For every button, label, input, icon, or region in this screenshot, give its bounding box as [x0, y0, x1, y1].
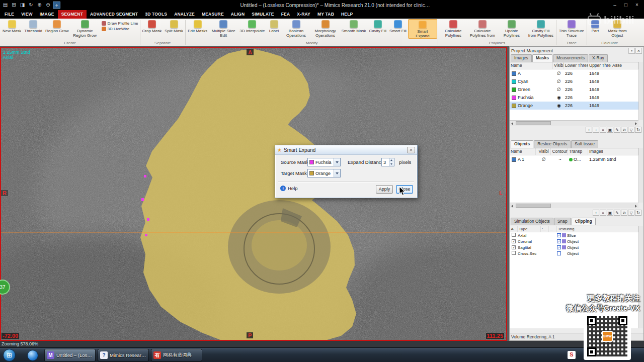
clipping-row[interactable]: ✓ Sagittal ✓Object: [510, 244, 638, 250]
column-header[interactable]: Upper Thresh: [588, 62, 611, 69]
close-button[interactable]: ×: [632, 2, 642, 9]
spin-down-icon[interactable]: [389, 162, 394, 166]
column-header[interactable]: Visibl: [553, 62, 564, 69]
expand-distance-input[interactable]: 3: [381, 158, 394, 166]
sogou-tray-icon[interactable]: S: [568, 351, 576, 359]
source-mask-dropdown[interactable]: Fuchsia: [307, 158, 341, 166]
chevron-down-icon[interactable]: [334, 169, 340, 177]
export-mask-icon[interactable]: ↓: [593, 127, 599, 133]
ribbon-button[interactable]: Crop Mask: [141, 19, 164, 33]
print-icon[interactable]: ⊞: [10, 2, 18, 9]
ribbon-button[interactable]: Multiple Slice Edit: [209, 19, 238, 38]
ribbon-button[interactable]: Cavity Fill from Polylines: [526, 19, 555, 38]
dialog-close-icon[interactable]: ×: [407, 147, 415, 153]
panel-tab[interactable]: Snap: [554, 218, 571, 225]
ribbon-button[interactable]: New Mask: [1, 19, 23, 33]
visibility-icon[interactable]: ∅: [553, 79, 564, 84]
clip-enable-checkbox[interactable]: ✓: [512, 239, 516, 243]
mask-row[interactable]: A ∅ 226 1649: [510, 69, 638, 77]
column-header[interactable]: Images: [588, 148, 638, 155]
clip-enable-checkbox[interactable]: [512, 233, 516, 237]
menu-item[interactable]: ANALYZE: [171, 10, 198, 19]
menu-item[interactable]: MEASURE: [198, 10, 227, 19]
mask-row[interactable]: Green ∅ 226 1649: [510, 85, 638, 94]
panel-tab[interactable]: Measurements: [553, 54, 588, 62]
delete-object-icon[interactable]: ×: [600, 210, 606, 216]
masks-vertical-scrollbar[interactable]: [638, 62, 643, 120]
ribbon-button[interactable]: Dynamic Region Grow: [70, 19, 100, 38]
refresh-icon[interactable]: ↻: [27, 2, 35, 9]
panel-tab[interactable]: Images: [511, 54, 532, 62]
pan-icon[interactable]: ⌖: [53, 2, 60, 9]
spin-up-icon[interactable]: [389, 158, 394, 162]
column-header[interactable]: Name: [510, 62, 553, 69]
save-icon[interactable]: ▤: [2, 2, 9, 9]
duplicate-mask-icon[interactable]: ▣: [607, 127, 613, 133]
ribbon-button[interactable]: Edit Masks: [186, 19, 209, 33]
zoom-out-icon[interactable]: ⊖: [44, 2, 52, 9]
duplicate-object-icon[interactable]: ▣: [607, 210, 613, 216]
clipping-row[interactable]: Cross-Sec Object: [510, 250, 638, 256]
menu-item[interactable]: IMAGE: [36, 10, 58, 19]
panel-tab[interactable]: Clipping: [572, 218, 596, 225]
column-header[interactable]: Transp: [568, 148, 588, 155]
edit-object-icon[interactable]: ✎: [614, 210, 620, 216]
dialog-titlebar[interactable]: ★ Smart Expand ×: [275, 145, 417, 155]
menu-item[interactable]: SEGMENT: [58, 10, 87, 19]
column-header[interactable]: Contour: [551, 148, 568, 155]
dock-panel-icon[interactable]: ▫: [628, 48, 635, 54]
ribbon-button[interactable]: Smooth Mask: [340, 19, 368, 33]
panel-tab[interactable]: Masks: [532, 54, 552, 62]
hide-all-masks-icon[interactable]: ⊘: [621, 127, 627, 133]
taskbar-button[interactable]: M Untitled – (Lossl...: [44, 349, 96, 361]
menu-item[interactable]: FILE: [1, 10, 18, 19]
target-mask-dropdown[interactable]: Orange: [307, 169, 341, 177]
zoom-in-icon[interactable]: ⊕: [36, 2, 43, 9]
panel-tab[interactable]: Simulation Objects: [511, 218, 553, 225]
ribbon-button[interactable]: Smart Expand: [408, 19, 437, 39]
close-panel-icon[interactable]: ×: [635, 48, 642, 54]
ribbon-button[interactable]: 3D Interpolate: [238, 19, 266, 33]
taskbar-button[interactable]: 有 网易有道词典: [151, 349, 202, 361]
mask-row[interactable]: Orange ◉ 226 1649: [510, 102, 638, 110]
menu-item[interactable]: HELP: [338, 10, 356, 19]
ribbon-button[interactable]: Region Grow: [44, 19, 70, 33]
add-object-icon[interactable]: +: [593, 210, 599, 216]
mask-row[interactable]: Fuchsia ◉ 226 1649: [510, 94, 638, 102]
panel-tab[interactable]: X-Ray: [589, 54, 608, 62]
texturing-checkbox[interactable]: ✓: [557, 239, 561, 243]
taskbar-button[interactable]: ? Mimics Researc...: [98, 349, 149, 361]
ribbon-button[interactable]: Label: [267, 19, 282, 33]
ribbon-button[interactable]: Calculate Polylines from Part: [468, 19, 497, 38]
properties-object-icon[interactable]: ▽: [628, 210, 634, 216]
ribbon-small-button[interactable]: 3D LiveWire: [102, 27, 138, 31]
hide-all-objects-icon[interactable]: ⊘: [621, 210, 627, 216]
menu-item[interactable]: VIEW: [18, 10, 36, 19]
clipping-row[interactable]: ✓ Coronal ✓Object: [510, 238, 638, 244]
delete-mask-icon[interactable]: ×: [600, 127, 606, 133]
menu-item[interactable]: ALIGN: [227, 10, 248, 19]
column-header[interactable]: Type: [518, 226, 541, 232]
ribbon-button[interactable]: Split Mask: [163, 19, 185, 33]
update-mask-icon[interactable]: ↻: [635, 127, 641, 133]
panel-tab[interactable]: Objects: [511, 140, 533, 148]
help-button[interactable]: i Help: [280, 186, 298, 191]
column-header[interactable]: Asse: [611, 62, 638, 69]
clip-enable-checkbox[interactable]: ✓: [512, 245, 516, 249]
column-header[interactable]: ...: [549, 226, 557, 232]
panel-tab[interactable]: Soft tissue: [571, 140, 598, 148]
contour-icon[interactable]: ~: [551, 157, 568, 162]
panel-tab[interactable]: Reslice Objects: [534, 140, 571, 148]
ribbon-button[interactable]: Cavity Fill: [367, 19, 388, 33]
invert-mask-icon[interactable]: ▽: [628, 127, 634, 133]
ribbon-button[interactable]: Thin Structure Trace: [557, 19, 586, 38]
screenshot-icon[interactable]: ◨: [19, 2, 26, 9]
column-header[interactable]: Lower Thresh: [564, 62, 588, 69]
texturing-checkbox[interactable]: ✓: [557, 233, 561, 237]
apply-button[interactable]: Apply: [376, 185, 393, 194]
menu-item[interactable]: 3D TOOLS: [141, 10, 171, 19]
objects-vertical-scrollbar[interactable]: [638, 148, 643, 203]
expand-distance-value[interactable]: 3: [382, 158, 389, 166]
clipping-row[interactable]: Axial ✓Slice: [510, 232, 638, 238]
axial-viewport[interactable]: 1 25mm Stnd Axial A P R L -72.00 111.25: [0, 47, 507, 341]
